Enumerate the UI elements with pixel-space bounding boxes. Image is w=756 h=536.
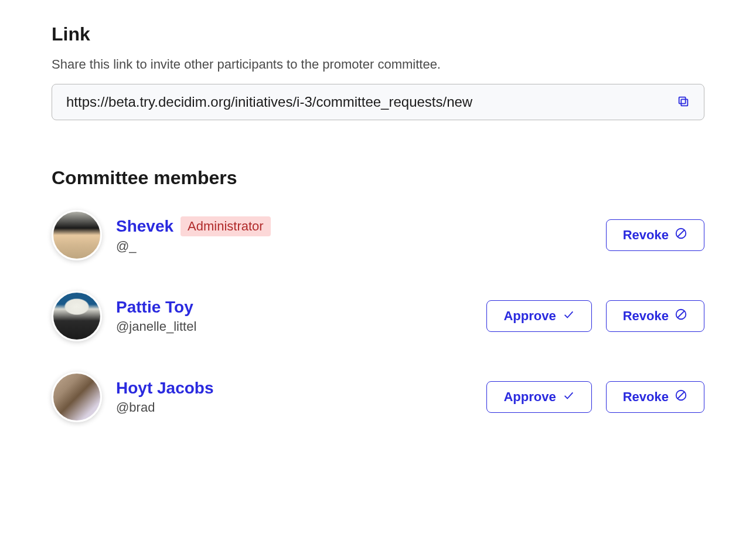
member-actions: ApproveRevoke bbox=[486, 300, 704, 332]
members-section: Committee members ShevekAdministrator@_R… bbox=[52, 167, 704, 422]
member-row: ShevekAdministrator@_Revoke bbox=[52, 210, 704, 260]
copy-icon bbox=[677, 95, 690, 110]
revoke-label: Revoke bbox=[623, 308, 669, 324]
revoke-button[interactable]: Revoke bbox=[606, 381, 704, 413]
revoke-label: Revoke bbox=[623, 389, 669, 405]
check-icon bbox=[562, 308, 575, 324]
ban-icon bbox=[675, 308, 687, 324]
member-row: Pattie Toy@janelle_littelApproveRevoke bbox=[52, 291, 704, 341]
members-title: Committee members bbox=[52, 167, 704, 189]
link-input-row: https://beta.try.decidim.org/initiatives… bbox=[52, 84, 704, 120]
svg-line-3 bbox=[678, 230, 685, 237]
member-name-row: Hoyt Jacobs bbox=[116, 379, 472, 398]
member-handle: @brad bbox=[116, 400, 472, 415]
link-description: Share this link to invite other particip… bbox=[52, 57, 704, 72]
ban-icon bbox=[675, 389, 687, 405]
ban-icon bbox=[675, 227, 687, 243]
admin-badge: Administrator bbox=[181, 216, 271, 236]
link-title: Link bbox=[52, 23, 704, 45]
revoke-label: Revoke bbox=[623, 228, 669, 243]
revoke-button[interactable]: Revoke bbox=[606, 219, 704, 251]
link-url[interactable]: https://beta.try.decidim.org/initiatives… bbox=[66, 94, 668, 110]
member-info: Hoyt Jacobs@brad bbox=[116, 379, 472, 415]
link-section: Link Share this link to invite other par… bbox=[52, 23, 704, 120]
member-row: Hoyt Jacobs@bradApproveRevoke bbox=[52, 372, 704, 422]
approve-label: Approve bbox=[503, 308, 556, 324]
svg-line-7 bbox=[678, 392, 685, 399]
svg-rect-1 bbox=[679, 97, 686, 103]
member-info: Pattie Toy@janelle_littel bbox=[116, 298, 472, 334]
avatar[interactable] bbox=[52, 372, 102, 422]
members-list: ShevekAdministrator@_RevokePattie Toy@ja… bbox=[52, 210, 704, 422]
member-actions: ApproveRevoke bbox=[486, 381, 704, 413]
member-name[interactable]: Pattie Toy bbox=[116, 298, 193, 317]
revoke-button[interactable]: Revoke bbox=[606, 300, 704, 332]
member-info: ShevekAdministrator@_ bbox=[116, 216, 592, 254]
member-name-row: ShevekAdministrator bbox=[116, 216, 592, 236]
member-actions: Revoke bbox=[606, 219, 704, 251]
member-name[interactable]: Hoyt Jacobs bbox=[116, 379, 214, 398]
avatar[interactable] bbox=[52, 210, 102, 260]
approve-button[interactable]: Approve bbox=[486, 300, 591, 332]
check-icon bbox=[562, 389, 575, 405]
member-name[interactable]: Shevek bbox=[116, 217, 173, 236]
member-handle: @_ bbox=[116, 239, 592, 254]
approve-button[interactable]: Approve bbox=[486, 381, 591, 413]
approve-label: Approve bbox=[503, 389, 556, 405]
avatar[interactable] bbox=[52, 291, 102, 341]
copy-button[interactable] bbox=[677, 95, 690, 110]
member-handle: @janelle_littel bbox=[116, 319, 472, 334]
svg-line-5 bbox=[678, 311, 685, 318]
member-name-row: Pattie Toy bbox=[116, 298, 472, 317]
svg-rect-0 bbox=[681, 99, 687, 106]
